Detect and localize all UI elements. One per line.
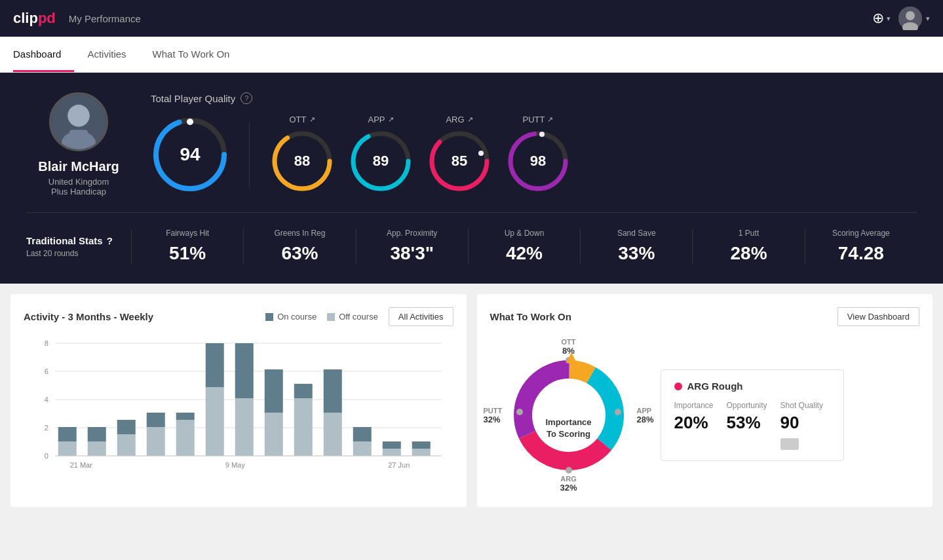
user-menu[interactable]: ▾ bbox=[898, 7, 930, 30]
stat-up-down-name: Up & Down bbox=[475, 229, 573, 238]
svg-rect-40 bbox=[206, 387, 224, 456]
recommendation-title-text: ARG Rough bbox=[687, 381, 743, 392]
total-score-circle: 94 bbox=[151, 115, 229, 194]
trad-stats-period: Last 20 rounds bbox=[26, 249, 131, 258]
chart-controls: On course Off course All Activities bbox=[265, 307, 453, 326]
wtwo-header: What To Work On View Dashboard bbox=[490, 307, 920, 326]
svg-rect-53 bbox=[383, 441, 401, 449]
ott-marker bbox=[566, 352, 577, 365]
svg-text:8: 8 bbox=[45, 339, 48, 347]
svg-text:6: 6 bbox=[45, 367, 48, 375]
stat-1-putt-value: 28% bbox=[699, 243, 798, 264]
chart-title: Activity - 3 Months - Weekly bbox=[24, 311, 153, 322]
svg-point-66 bbox=[615, 409, 621, 415]
chevron-down-icon: ▾ bbox=[887, 14, 891, 23]
arg-svg-wrapper: 85 bbox=[427, 128, 492, 194]
recommendation-title: ARG Rough bbox=[674, 381, 830, 392]
svg-point-9 bbox=[187, 119, 193, 125]
putt-label: PUTT ↗ bbox=[523, 115, 554, 124]
putt-arrow-icon: ↗ bbox=[547, 115, 553, 124]
svg-rect-46 bbox=[294, 398, 313, 456]
stat-scoring-avg: Scoring Average 74.28 bbox=[805, 229, 917, 264]
metric-ott: OTT ↗ 88 bbox=[269, 115, 335, 194]
stat-fairways-hit-name: Fairways Hit bbox=[138, 229, 237, 238]
player-info: Blair McHarg United Kingdom Plus Handica… bbox=[26, 92, 131, 196]
svg-rect-36 bbox=[147, 427, 165, 456]
svg-text:27 Jun: 27 Jun bbox=[388, 461, 410, 469]
metric-opportunity-name: Opportunity bbox=[727, 401, 767, 410]
tab-dashboard[interactable]: Dashboard bbox=[13, 37, 74, 72]
trad-stats-help-icon[interactable]: ? bbox=[107, 235, 113, 246]
header: clippd My Performance ⊕ ▾ ▾ bbox=[0, 0, 943, 37]
avatar-image bbox=[898, 7, 922, 30]
svg-point-1 bbox=[906, 11, 915, 20]
activity-chart-svg: 8 6 4 2 0 bbox=[24, 337, 453, 481]
ott-marker-icon bbox=[566, 352, 577, 363]
stat-sand-save-value: 33% bbox=[587, 243, 685, 264]
svg-rect-41 bbox=[206, 343, 224, 387]
donut-chart-wrapper: OTT 8% APP 28% ARG 32% PUTT 32% bbox=[490, 337, 647, 494]
all-activities-button[interactable]: All Activities bbox=[389, 307, 453, 326]
legend-off-course: Off course bbox=[327, 312, 378, 322]
tab-what-to-work-on[interactable]: What To Work On bbox=[153, 37, 243, 72]
stat-fairways-hit-value: 51% bbox=[138, 243, 237, 264]
player-name: Blair McHarg bbox=[38, 159, 119, 174]
app-svg-wrapper: 89 bbox=[348, 128, 414, 194]
recommendation-metrics: Importance 20% Opportunity 53% Shot Qual… bbox=[674, 401, 830, 450]
svg-rect-37 bbox=[147, 413, 165, 427]
putt-label-text: PUTT bbox=[523, 115, 545, 124]
metric-shot-quality-name: Shot Quality bbox=[780, 401, 823, 410]
svg-rect-39 bbox=[176, 413, 195, 420]
app-arrow-icon: ↗ bbox=[388, 115, 394, 124]
logo: clippd bbox=[13, 10, 56, 27]
chart-legend: On course Off course bbox=[265, 312, 378, 322]
svg-rect-34 bbox=[117, 434, 136, 456]
donut-putt-label: PUTT bbox=[484, 407, 503, 415]
stat-app-proximity: App. Proximity 38'3" bbox=[356, 229, 468, 264]
svg-marker-69 bbox=[566, 352, 577, 363]
stat-up-down: Up & Down 42% bbox=[468, 229, 580, 264]
svg-text:2: 2 bbox=[45, 424, 48, 432]
metric-opportunity-value: 53% bbox=[727, 413, 767, 433]
metric-shot-quality-value: 90 bbox=[780, 413, 823, 433]
tab-activities[interactable]: Activities bbox=[87, 37, 139, 72]
total-score-value: 94 bbox=[180, 144, 200, 165]
view-dashboard-button[interactable]: View Dashboard bbox=[837, 307, 919, 326]
metric-importance: Importance 20% bbox=[674, 401, 714, 450]
header-left: clippd My Performance bbox=[13, 10, 141, 27]
ott-label: OTT ↗ bbox=[290, 115, 315, 124]
activity-chart-panel: Activity - 3 Months - Weekly On course O… bbox=[10, 294, 467, 507]
donut-app-pct: 28% bbox=[636, 415, 653, 424]
svg-rect-52 bbox=[383, 449, 401, 456]
quality-circles: 94 OTT ↗ 88 bbox=[151, 115, 917, 194]
svg-text:9 May: 9 May bbox=[225, 461, 245, 469]
stat-greens-in-reg: Greens In Reg 63% bbox=[243, 229, 355, 264]
player-avatar bbox=[49, 92, 108, 151]
svg-point-67 bbox=[566, 467, 572, 474]
quality-label: Total Player Quality ? bbox=[151, 92, 917, 104]
svg-point-16 bbox=[478, 151, 484, 156]
legend-on-course-label: On course bbox=[277, 312, 317, 322]
svg-rect-43 bbox=[235, 343, 254, 398]
svg-point-64 bbox=[533, 379, 605, 451]
svg-rect-6 bbox=[69, 130, 88, 144]
donut-center-line2: To Scoring bbox=[547, 429, 590, 439]
putt-svg-wrapper: 98 bbox=[505, 128, 571, 194]
ott-svg-wrapper: 88 bbox=[269, 128, 335, 194]
player-avatar-image bbox=[51, 92, 106, 151]
arg-label: ARG ↗ bbox=[446, 115, 472, 124]
metric-app: APP ↗ 89 bbox=[348, 115, 414, 194]
donut-ott-label: OTT bbox=[562, 338, 576, 346]
svg-rect-42 bbox=[235, 398, 254, 456]
stat-fairways-hit: Fairways Hit 51% bbox=[131, 229, 243, 264]
add-button[interactable]: ⊕ ▾ bbox=[872, 10, 891, 27]
recommendation-card: ARG Rough Importance 20% Opportunity 53%… bbox=[661, 369, 844, 461]
help-icon[interactable]: ? bbox=[241, 92, 252, 104]
header-right: ⊕ ▾ ▾ bbox=[872, 7, 930, 30]
svg-rect-47 bbox=[294, 384, 313, 398]
stat-sand-save-name: Sand Save bbox=[587, 229, 685, 238]
player-country: United Kingdom bbox=[48, 177, 109, 187]
stat-scoring-avg-value: 74.28 bbox=[812, 243, 910, 264]
svg-rect-44 bbox=[265, 413, 283, 456]
metric-putt: PUTT ↗ 98 bbox=[505, 115, 571, 194]
